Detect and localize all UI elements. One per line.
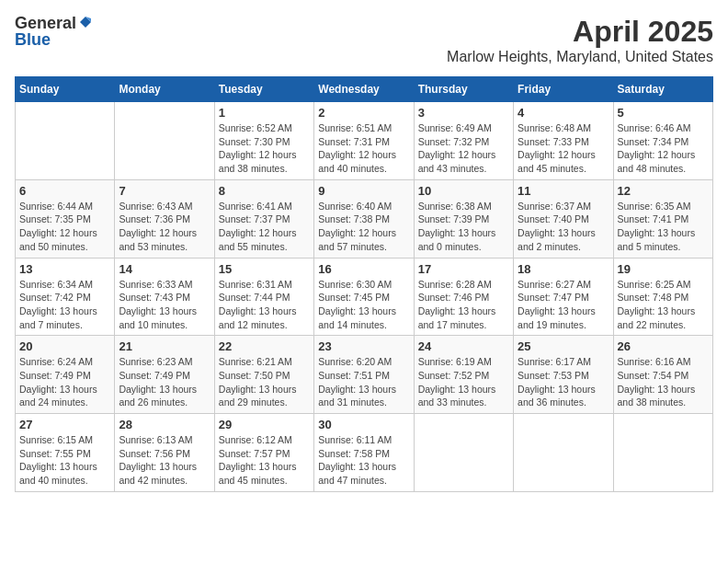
table-row: 14Sunrise: 6:33 AM Sunset: 7:43 PM Dayli… [115,258,214,336]
table-row: 30Sunrise: 6:11 AM Sunset: 7:58 PM Dayli… [314,414,414,492]
day-number: 10 [418,184,509,198]
table-row [115,102,214,180]
table-row: 20Sunrise: 6:24 AM Sunset: 7:49 PM Dayli… [16,336,115,414]
col-wednesday: Wednesday [314,77,414,102]
day-number: 14 [119,262,210,276]
day-number: 13 [19,262,110,276]
calendar-week-row: 6Sunrise: 6:44 AM Sunset: 7:35 PM Daylig… [16,179,713,258]
table-row: 17Sunrise: 6:28 AM Sunset: 7:46 PM Dayli… [414,258,513,336]
col-sunday: Sunday [16,77,115,102]
calendar-subtitle: Marlow Heights, Maryland, United States [447,49,713,65]
calendar-week-row: 1Sunrise: 6:52 AM Sunset: 7:30 PM Daylig… [16,102,713,180]
table-row: 23Sunrise: 6:20 AM Sunset: 7:51 PM Dayli… [314,336,414,414]
col-thursday: Thursday [414,77,513,102]
day-info: Sunrise: 6:48 AM Sunset: 7:33 PM Dayligh… [518,121,609,176]
day-info: Sunrise: 6:28 AM Sunset: 7:46 PM Dayligh… [418,278,509,332]
table-row: 22Sunrise: 6:21 AM Sunset: 7:50 PM Dayli… [214,336,313,414]
day-info: Sunrise: 6:44 AM Sunset: 7:35 PM Dayligh… [19,200,110,254]
col-friday: Friday [514,77,613,102]
table-row: 5Sunrise: 6:46 AM Sunset: 7:34 PM Daylig… [613,102,712,180]
day-info: Sunrise: 6:21 AM Sunset: 7:50 PM Dayligh… [219,355,310,409]
table-row: 12Sunrise: 6:35 AM Sunset: 7:41 PM Dayli… [613,179,712,258]
day-number: 29 [219,418,310,431]
day-info: Sunrise: 6:13 AM Sunset: 7:56 PM Dayligh… [119,433,210,488]
table-row: 16Sunrise: 6:30 AM Sunset: 7:45 PM Dayli… [314,258,414,336]
table-row: 1Sunrise: 6:52 AM Sunset: 7:30 PM Daylig… [214,102,313,180]
day-info: Sunrise: 6:19 AM Sunset: 7:52 PM Dayligh… [418,355,509,409]
day-info: Sunrise: 6:12 AM Sunset: 7:57 PM Dayligh… [219,433,310,488]
day-number: 7 [119,184,210,198]
table-row: 27Sunrise: 6:15 AM Sunset: 7:55 PM Dayli… [16,414,115,492]
table-row: 29Sunrise: 6:12 AM Sunset: 7:57 PM Dayli… [214,414,313,492]
title-block: April 2025 Marlow Heights, Maryland, Uni… [447,15,713,65]
day-number: 3 [418,106,509,120]
day-info: Sunrise: 6:35 AM Sunset: 7:41 PM Dayligh… [618,200,709,254]
day-info: Sunrise: 6:20 AM Sunset: 7:51 PM Dayligh… [318,355,409,409]
day-number: 17 [418,262,509,276]
day-number: 6 [19,184,110,198]
day-number: 21 [119,339,210,353]
day-info: Sunrise: 6:37 AM Sunset: 7:40 PM Dayligh… [518,200,609,254]
day-number: 19 [618,262,709,276]
day-number: 25 [518,339,609,353]
day-info: Sunrise: 6:40 AM Sunset: 7:38 PM Dayligh… [318,200,409,254]
table-row: 10Sunrise: 6:38 AM Sunset: 7:39 PM Dayli… [414,179,513,258]
day-number: 27 [19,418,110,431]
day-info: Sunrise: 6:25 AM Sunset: 7:48 PM Dayligh… [618,278,709,332]
day-info: Sunrise: 6:15 AM Sunset: 7:55 PM Dayligh… [19,433,110,488]
table-row [613,414,712,492]
day-info: Sunrise: 6:33 AM Sunset: 7:43 PM Dayligh… [119,278,210,332]
day-info: Sunrise: 6:27 AM Sunset: 7:47 PM Dayligh… [518,278,609,332]
table-row [16,102,115,180]
day-number: 9 [318,184,409,198]
table-row: 25Sunrise: 6:17 AM Sunset: 7:53 PM Dayli… [514,336,613,414]
day-number: 23 [318,339,409,353]
table-row: 24Sunrise: 6:19 AM Sunset: 7:52 PM Dayli… [414,336,513,414]
day-number: 28 [119,418,210,431]
day-number: 4 [518,106,609,120]
table-row: 6Sunrise: 6:44 AM Sunset: 7:35 PM Daylig… [16,179,115,258]
logo-icon [78,15,93,29]
day-number: 2 [318,106,409,120]
day-info: Sunrise: 6:41 AM Sunset: 7:37 PM Dayligh… [219,200,310,254]
table-row: 8Sunrise: 6:41 AM Sunset: 7:37 PM Daylig… [214,179,313,258]
day-number: 1 [219,106,310,120]
calendar-week-row: 20Sunrise: 6:24 AM Sunset: 7:49 PM Dayli… [16,336,713,414]
col-monday: Monday [115,77,214,102]
table-row: 26Sunrise: 6:16 AM Sunset: 7:54 PM Dayli… [613,336,712,414]
calendar-week-row: 27Sunrise: 6:15 AM Sunset: 7:55 PM Dayli… [16,414,713,492]
logo-general: General [15,15,76,31]
table-row: 7Sunrise: 6:43 AM Sunset: 7:36 PM Daylig… [115,179,214,258]
col-saturday: Saturday [613,77,712,102]
logo: General Blue [15,15,93,48]
day-number: 15 [219,262,310,276]
table-row: 21Sunrise: 6:23 AM Sunset: 7:49 PM Dayli… [115,336,214,414]
table-row: 13Sunrise: 6:34 AM Sunset: 7:42 PM Dayli… [16,258,115,336]
calendar-week-row: 13Sunrise: 6:34 AM Sunset: 7:42 PM Dayli… [16,258,713,336]
col-tuesday: Tuesday [214,77,313,102]
day-info: Sunrise: 6:24 AM Sunset: 7:49 PM Dayligh… [19,355,110,409]
day-info: Sunrise: 6:17 AM Sunset: 7:53 PM Dayligh… [518,355,609,409]
day-info: Sunrise: 6:34 AM Sunset: 7:42 PM Dayligh… [19,278,110,332]
day-number: 30 [318,418,409,431]
day-number: 16 [318,262,409,276]
day-info: Sunrise: 6:51 AM Sunset: 7:31 PM Dayligh… [318,121,409,176]
table-row: 11Sunrise: 6:37 AM Sunset: 7:40 PM Dayli… [514,179,613,258]
day-info: Sunrise: 6:30 AM Sunset: 7:45 PM Dayligh… [318,278,409,332]
logo-blue: Blue [15,31,51,48]
day-info: Sunrise: 6:43 AM Sunset: 7:36 PM Dayligh… [119,200,210,254]
table-row: 19Sunrise: 6:25 AM Sunset: 7:48 PM Dayli… [613,258,712,336]
day-info: Sunrise: 6:46 AM Sunset: 7:34 PM Dayligh… [618,121,709,176]
day-info: Sunrise: 6:16 AM Sunset: 7:54 PM Dayligh… [618,355,709,409]
table-row: 4Sunrise: 6:48 AM Sunset: 7:33 PM Daylig… [514,102,613,180]
table-row: 18Sunrise: 6:27 AM Sunset: 7:47 PM Dayli… [514,258,613,336]
table-row: 28Sunrise: 6:13 AM Sunset: 7:56 PM Dayli… [115,414,214,492]
day-number: 20 [19,339,110,353]
calendar-title: April 2025 [447,15,713,49]
table-row: 9Sunrise: 6:40 AM Sunset: 7:38 PM Daylig… [314,179,414,258]
table-row: 3Sunrise: 6:49 AM Sunset: 7:32 PM Daylig… [414,102,513,180]
day-info: Sunrise: 6:11 AM Sunset: 7:58 PM Dayligh… [318,433,409,488]
day-info: Sunrise: 6:31 AM Sunset: 7:44 PM Dayligh… [219,278,310,332]
day-number: 22 [219,339,310,353]
day-info: Sunrise: 6:38 AM Sunset: 7:39 PM Dayligh… [418,200,509,254]
